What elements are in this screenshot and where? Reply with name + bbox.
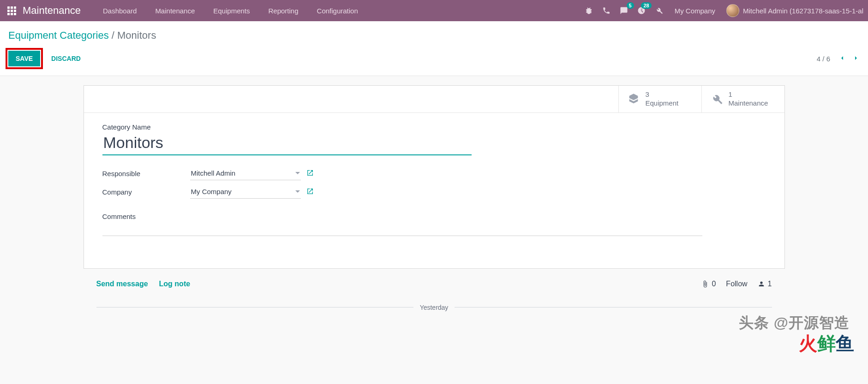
company-value: My Company [191, 188, 232, 195]
breadcrumb-current: Monitors [117, 30, 156, 41]
avatar [726, 4, 739, 17]
stat-equipment[interactable]: 3 Equipment [618, 86, 701, 112]
user-name: Mitchell Admin (16273178-saas-15-1-al [743, 7, 863, 15]
follow-button[interactable]: Follow [726, 280, 747, 288]
bug-icon[interactable] [584, 6, 593, 15]
stat-maintenance-count: 1 [729, 90, 768, 99]
followers-count: 1 [768, 280, 772, 288]
category-name-label: Category Name [102, 123, 766, 131]
chatter: Send message Log note 0 Follow 1 Yesterd… [84, 269, 785, 316]
apps-icon[interactable] [7, 6, 16, 15]
menu-reporting[interactable]: Reporting [259, 1, 308, 20]
app-brand: Maintenance [23, 5, 81, 17]
form-sheet: 3 Equipment 1 Maintenance Category Name … [84, 85, 785, 269]
date-separator: Yesterday [96, 304, 772, 311]
caret-down-icon [295, 188, 300, 195]
breadcrumb-parent[interactable]: Equipment Categories [8, 30, 109, 41]
save-button[interactable]: SAVE [8, 51, 40, 66]
attachments-button[interactable]: 0 [701, 280, 716, 288]
pager-prev[interactable] [838, 54, 846, 63]
company-label: Company [102, 188, 190, 196]
stat-maintenance[interactable]: 1 Maintenance [701, 86, 784, 112]
breadcrumb-sep: / [109, 30, 117, 41]
control-panel: Equipment Categories / Monitors SAVE DIS… [0, 21, 868, 76]
menu-maintenance[interactable]: Maintenance [146, 1, 204, 20]
stat-equipment-count: 3 [646, 90, 679, 99]
stat-equipment-label: Equipment [646, 99, 679, 108]
menu-equipments[interactable]: Equipments [204, 1, 259, 20]
caret-down-icon [295, 169, 300, 177]
stat-buttons: 3 Equipment 1 Maintenance [84, 86, 784, 113]
user-menu[interactable]: Mitchell Admin (16273178-saas-15-1-al [726, 4, 863, 17]
stat-maintenance-label: Maintenance [729, 99, 768, 108]
phone-icon[interactable] [602, 6, 611, 15]
menu-dashboard[interactable]: Dashboard [94, 1, 146, 20]
log-note-button[interactable]: Log note [159, 280, 191, 288]
activities-icon[interactable]: 28 [637, 6, 646, 15]
breadcrumb: Equipment Categories / Monitors [8, 30, 860, 41]
activities-badge: 28 [641, 2, 651, 9]
discard-button[interactable]: DISCARD [49, 52, 83, 65]
pager-text: 4 / 6 [817, 55, 830, 63]
systray: 5 28 My Company Mitchell Admin (16273178… [584, 4, 863, 17]
pager-next[interactable] [852, 54, 860, 63]
responsible-value: Mitchell Admin [191, 169, 236, 177]
category-name-input[interactable] [102, 133, 472, 155]
company-field[interactable]: My Company [190, 186, 301, 199]
top-navbar: Maintenance Dashboard Maintenance Equipm… [0, 0, 868, 21]
comments-field[interactable] [102, 223, 702, 236]
messaging-icon[interactable]: 5 [619, 6, 629, 15]
company-switcher[interactable]: My Company [672, 7, 718, 15]
responsible-field[interactable]: Mitchell Admin [190, 167, 301, 180]
menu-configuration[interactable]: Configuration [308, 1, 367, 20]
save-highlight: SAVE [6, 48, 43, 69]
followers-button[interactable]: 1 [758, 280, 772, 288]
wrench-icon [710, 93, 723, 106]
company-external-link[interactable] [306, 188, 314, 196]
send-message-button[interactable]: Send message [96, 280, 148, 288]
responsible-external-link[interactable] [306, 169, 314, 178]
attachments-count: 0 [712, 280, 716, 288]
comments-label: Comments [102, 213, 766, 220]
main-menu: Dashboard Maintenance Equipments Reporti… [94, 1, 584, 20]
paperclip-icon [701, 280, 709, 288]
cubes-icon [627, 93, 640, 106]
date-separator-label: Yesterday [420, 304, 449, 311]
responsible-label: Responsible [102, 170, 190, 177]
tools-icon[interactable] [654, 6, 664, 15]
messaging-badge: 5 [627, 2, 634, 9]
user-icon [758, 280, 765, 288]
